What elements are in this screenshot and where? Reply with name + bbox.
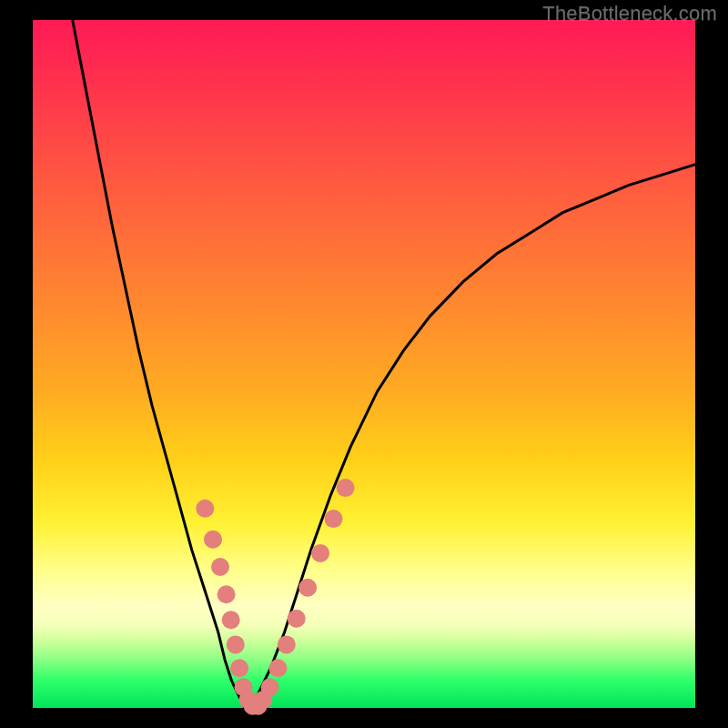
watermark-text: TheBottleneck.com — [542, 2, 717, 25]
chart-frame: TheBottleneck.com — [0, 0, 728, 728]
chart-plot-area — [33, 20, 695, 708]
